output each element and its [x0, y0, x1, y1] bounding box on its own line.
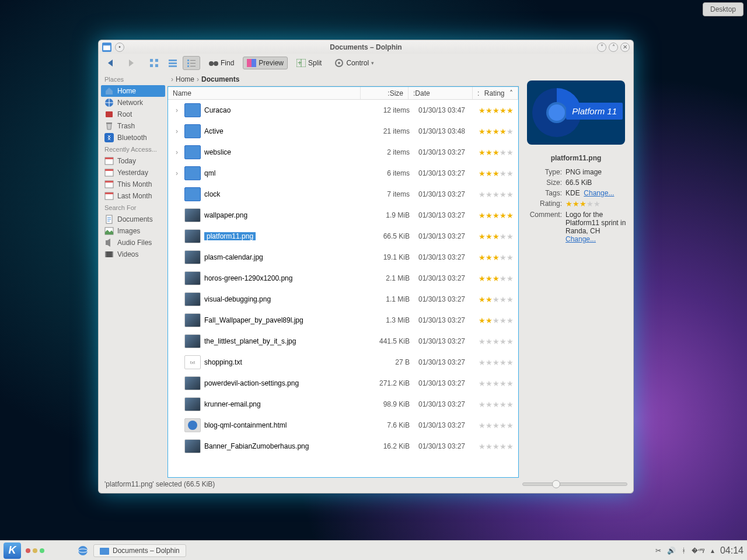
col-name[interactable]: Name	[168, 87, 361, 99]
ontop-button[interactable]: •	[115, 43, 124, 52]
zoom-slider[interactable]	[522, 482, 627, 486]
sidebar-item-root[interactable]: Root	[101, 108, 165, 120]
file-row[interactable]: platform11.png66.5 KiB01/30/13 03:27★★★★…	[168, 226, 518, 247]
file-row[interactable]: wallpaper.png1.9 MiB01/30/13 03:27★★★★★	[168, 205, 518, 226]
kickoff-menu-button[interactable]: K	[4, 542, 21, 559]
sidebar-item-today[interactable]: Today	[101, 155, 165, 167]
bluetooth-icon[interactable]: ᚼ	[682, 547, 686, 555]
file-row[interactable]: Banner_FabianZumoberhaus.png16.2 KiB01/3…	[168, 436, 518, 457]
file-row[interactable]: the_littlest_planet_by_it_s.jpg441.5 KiB…	[168, 331, 518, 352]
file-date: 01/30/13 03:27	[410, 337, 474, 345]
file-rating[interactable]: ★★★★★	[474, 148, 514, 157]
sidebar-item-yesterday[interactable]: Yesterday	[101, 167, 165, 178]
col-date[interactable]: : Date	[409, 87, 473, 99]
minimize-button[interactable]: ˅	[597, 43, 606, 52]
col-size[interactable]: : Size	[361, 87, 409, 99]
col-rating[interactable]: : Rating ˄	[473, 87, 518, 99]
file-row[interactable]: visual-debugging.png1.1 MiB01/30/13 03:2…	[168, 289, 518, 310]
file-row[interactable]: clock7 items01/30/13 03:27★★★★★	[168, 184, 518, 205]
close-button[interactable]: ✕	[620, 43, 630, 52]
expand-toggle[interactable]: ›	[173, 127, 181, 135]
titlebar[interactable]: • Documents – Dolphin ˅ ˄ ✕	[98, 40, 634, 54]
file-rating[interactable]: ★★★★★	[474, 274, 514, 283]
desktop-toolbox-button[interactable]: Desktop	[703, 2, 743, 16]
file-row[interactable]: ›webslice2 items01/30/13 03:27★★★★★	[168, 142, 518, 163]
clipboard-icon[interactable]: ✂	[655, 547, 661, 555]
comment-change-link[interactable]: Change...	[566, 235, 596, 243]
activity-dot[interactable]	[26, 548, 30, 553]
find-button[interactable]: Find	[205, 57, 238, 69]
file-row[interactable]: plasm-calendar.jpg19.1 KiB01/30/13 03:27…	[168, 247, 518, 268]
file-rating[interactable]: ★★★★★	[474, 337, 514, 346]
maximize-button[interactable]: ˄	[609, 43, 618, 52]
sidebar-item-label: Trash	[117, 122, 135, 130]
file-row[interactable]: txtshopping.txt27 B01/30/13 03:27★★★★★	[168, 352, 518, 373]
quicklaunch-icon[interactable]	[77, 545, 89, 556]
expand-toggle[interactable]: ›	[173, 106, 181, 114]
sidebar-item-audio-files[interactable]: Audio Files	[101, 237, 165, 249]
task-entry[interactable]: Documents – Dolphin	[93, 544, 186, 557]
sidebar-item-documents[interactable]: Documents	[101, 214, 165, 225]
file-row[interactable]: ›qml6 items01/30/13 03:27★★★★★	[168, 163, 518, 184]
file-row[interactable]: horos-green-1290x1200.png2.1 MiB01/30/13…	[168, 268, 518, 289]
file-rating[interactable]: ★★★★★	[474, 190, 514, 199]
sidebar-item-network[interactable]: Network	[101, 97, 165, 108]
svg-rect-4	[150, 64, 153, 67]
tray-expand-icon[interactable]: ▴	[711, 547, 714, 555]
file-rating[interactable]: ★★★★★	[474, 400, 514, 409]
activity-dot[interactable]	[33, 548, 37, 553]
file-row[interactable]: powerdevil-action-settings.png271.2 KiB0…	[168, 373, 518, 394]
file-rating[interactable]: ★★★★★	[474, 232, 514, 241]
file-rating[interactable]: ★★★★★	[474, 421, 514, 430]
file-rating[interactable]: ★★★★★	[474, 106, 514, 115]
file-row[interactable]: ›Curacao12 items01/30/13 03:47★★★★★	[168, 100, 518, 121]
breadcrumb-home[interactable]: Home	[176, 75, 194, 83]
sidebar-item-bluetooth[interactable]: Bluetooth	[101, 132, 165, 144]
file-rating[interactable]: ★★★★★	[474, 253, 514, 262]
view-details-button[interactable]	[183, 56, 200, 70]
sidebar-item-last-month[interactable]: Last Month	[101, 190, 165, 202]
view-icons-button[interactable]	[145, 56, 163, 70]
forward-button[interactable]	[122, 56, 141, 70]
sidebar-item-this-month[interactable]: This Month	[101, 178, 165, 190]
file-row[interactable]: krunner-email.png98.9 KiB01/30/13 03:27★…	[168, 394, 518, 415]
preview-button[interactable]: Preview	[243, 57, 288, 69]
expand-toggle[interactable]: ›	[173, 169, 181, 177]
activity-dot[interactable]	[40, 548, 44, 553]
file-rating[interactable]: ★★★★★	[474, 127, 514, 136]
file-row[interactable]: ›Active21 items01/30/13 03:48★★★★★	[168, 121, 518, 142]
file-rows[interactable]: ›Curacao12 items01/30/13 03:47★★★★★›Acti…	[168, 100, 518, 477]
volume-icon[interactable]: 🔊	[667, 547, 676, 555]
zoom-knob[interactable]	[552, 480, 560, 488]
view-compact-button[interactable]	[164, 56, 181, 70]
file-thumbnail	[184, 271, 201, 285]
file-rating[interactable]: ★★★★★	[474, 358, 514, 367]
network-icon[interactable]: �ማ	[692, 547, 705, 555]
file-rating[interactable]: ★★★★★	[474, 211, 514, 220]
sidebar-item-images[interactable]: Images	[101, 225, 165, 237]
breadcrumb-current[interactable]: Documents	[201, 75, 239, 83]
info-tags-label: Tags:	[526, 189, 562, 197]
sidebar-item-home[interactable]: Home	[101, 85, 165, 97]
tags-change-link[interactable]: Change...	[584, 189, 614, 197]
sidebar-item-videos[interactable]: Videos	[101, 249, 165, 260]
sidebar-item-label: Last Month	[117, 192, 152, 200]
file-rating[interactable]: ★★★★★	[474, 379, 514, 388]
split-button[interactable]: + Split	[292, 57, 326, 69]
control-menu-button[interactable]: Control ▾	[330, 56, 378, 70]
file-rating[interactable]: ★★★★★	[474, 169, 514, 178]
clock[interactable]: 04:14	[720, 545, 743, 556]
breadcrumb[interactable]: › Home › Documents	[167, 72, 519, 86]
activity-pager[interactable]	[26, 548, 44, 553]
file-rating[interactable]: ★★★★★	[474, 316, 514, 325]
file-rating[interactable]: ★★★★★	[474, 442, 514, 451]
svg-rect-1	[103, 46, 110, 50]
info-rating-value[interactable]: ★★★★★	[566, 200, 626, 208]
file-row[interactable]: Fall_Wallpaper_by_pavel89l.jpg1.3 MiB01/…	[168, 310, 518, 331]
sidebar-item-trash[interactable]: Trash	[101, 120, 165, 132]
back-button[interactable]	[102, 56, 121, 70]
expand-toggle[interactable]: ›	[173, 148, 181, 156]
sidebar-item-label: Today	[117, 157, 136, 165]
file-row[interactable]: blog-qml-containment.html7.6 KiB01/30/13…	[168, 415, 518, 436]
file-rating[interactable]: ★★★★★	[474, 295, 514, 304]
